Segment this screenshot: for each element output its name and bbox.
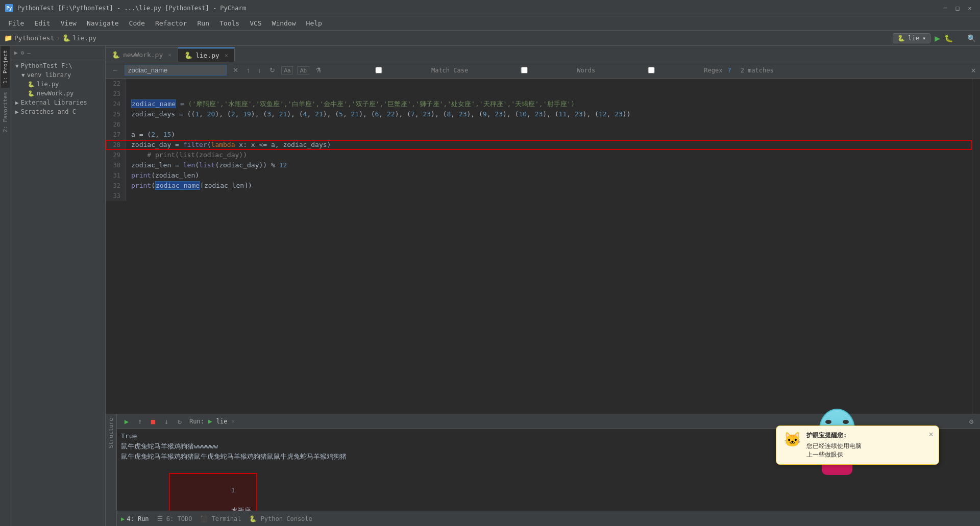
tab-close-icon[interactable]: ✕: [225, 52, 228, 59]
breadcrumb: 📁 PythonTest › 🐍 lie.py: [4, 34, 96, 42]
regex-help-icon[interactable]: ?: [727, 67, 731, 74]
search-word-btn[interactable]: Ab: [297, 66, 309, 74]
close-button[interactable]: ✕: [965, 3, 975, 13]
search-prev2-btn[interactable]: ↓: [256, 65, 264, 75]
run-stop-btn[interactable]: ■: [148, 416, 159, 427]
search-case-btn[interactable]: Aa: [281, 66, 293, 74]
run-settings-icon[interactable]: ⚙: [967, 417, 976, 426]
notification-popup: 🐱 护眼宝提醒您: 您已经连续使用电脑上一些做眼保 ✕: [776, 425, 939, 465]
regex-label[interactable]: Regex: [600, 67, 722, 74]
menu-item-vcs[interactable]: VCS: [246, 18, 265, 28]
tab-newworkpy[interactable]: 🐍 newWork.py ✕: [106, 47, 178, 62]
structure-tab[interactable]: Structure: [107, 414, 115, 453]
code-editor[interactable]: 22 23 24 zodiac_name = ('摩羯座','水瓶座','双鱼座…: [106, 79, 972, 414]
run-button[interactable]: ▶: [935, 33, 940, 43]
regex-checkbox[interactable]: [600, 67, 702, 73]
run-config-dropdown[interactable]: ▾: [922, 35, 926, 42]
vertical-tabs: 1: Project 2: Favorites: [0, 46, 11, 526]
match-count: 2 matches: [741, 67, 774, 74]
sidebar-collapse-icon[interactable]: —: [27, 49, 31, 56]
menu-item-window[interactable]: Window: [268, 18, 300, 28]
search-filter-btn[interactable]: ⚗: [313, 65, 324, 75]
project-tab[interactable]: 1: Project: [1, 46, 10, 88]
minimize-button[interactable]: ─: [940, 3, 950, 13]
favorites-tab[interactable]: 2: Favorites: [1, 88, 10, 136]
run-config-label: lie: [908, 35, 919, 42]
file-label: newWork.py: [37, 90, 74, 97]
menu-item-help[interactable]: Help: [302, 18, 326, 28]
run-config[interactable]: 🐍 lie ▾: [893, 33, 930, 43]
notification-close-btn[interactable]: ✕: [928, 429, 934, 439]
window-title: PythonTest [F:\PythonTest] - ...\lie.py …: [17, 5, 246, 12]
menu-item-code[interactable]: Code: [125, 18, 149, 28]
code-line-33: 33: [106, 191, 972, 201]
folder-label: External Libraries: [21, 99, 87, 106]
python-file-icon: 🐍: [28, 81, 35, 88]
run-tab-close-icon[interactable]: ✕: [231, 418, 234, 424]
close-search-icon[interactable]: ✕: [971, 65, 976, 75]
menu-item-view[interactable]: View: [57, 18, 81, 28]
tab-liepy[interactable]: 🐍 lie.py ✕: [178, 47, 235, 62]
tree-item-pythontest[interactable]: ▼ PythonTest F:\: [11, 61, 105, 70]
global-search-button[interactable]: 🔍: [967, 34, 976, 42]
run-scroll-up-btn[interactable]: ↑: [134, 416, 145, 427]
terminal-tab-btn[interactable]: ⬛ Terminal: [200, 515, 241, 522]
tab-label: newWork.py: [123, 51, 163, 59]
sidebar-expand-icon[interactable]: ▶: [14, 49, 18, 56]
tree-item-liepy[interactable]: 🐍 lie.py: [11, 80, 105, 89]
menu-item-navigate[interactable]: Navigate: [83, 18, 123, 28]
sidebar-settings-icon[interactable]: ⚙: [21, 49, 24, 56]
menu-item-file[interactable]: File: [4, 18, 28, 28]
search-clear-btn[interactable]: ✕: [231, 65, 240, 75]
nav-bar: 📁 PythonTest › 🐍 lie.py 🐍 lie ▾ ▶ 🐛 🔍: [0, 31, 980, 46]
maximize-button[interactable]: □: [952, 3, 963, 13]
tree-item-scratches[interactable]: ▶ Scratches and C: [11, 107, 105, 116]
bottom-side-tabs: Structure: [106, 414, 117, 526]
todo-tab-btn[interactable]: ☰ 6: TODO: [157, 515, 192, 522]
run-tab-btn[interactable]: ▶ 4: Run: [121, 515, 149, 522]
output-zodiac: 水瓶座: [231, 507, 251, 511]
tree-item-newworkpy[interactable]: 🐍 newWork.py: [11, 89, 105, 98]
app-icon: Py: [5, 4, 13, 12]
search-input[interactable]: [125, 65, 227, 76]
code-line-23: 23: [106, 89, 972, 99]
code-line-27: 27 a = (2, 15): [106, 130, 972, 140]
run-rerun-btn[interactable]: ↻: [174, 416, 185, 427]
words-label[interactable]: Words: [473, 67, 595, 74]
menu-item-refactor[interactable]: Refactor: [151, 18, 191, 28]
match-case-label[interactable]: Match Case: [328, 67, 468, 74]
search-options: Match Case Words Regex ?: [328, 67, 731, 74]
search-prev-btn[interactable]: ←: [110, 65, 120, 75]
tree-item-external-libs[interactable]: ▶ External Libraries: [11, 98, 105, 107]
code-line-30: 30 zodiac_len = len(list(zodiac_day)) % …: [106, 160, 972, 170]
tab-label: lie.py: [195, 52, 219, 59]
menu-item-tools[interactable]: Tools: [215, 18, 243, 28]
tree-item-venv[interactable]: ▼ venv library: [11, 70, 105, 80]
search-refresh-btn[interactable]: ↻: [267, 65, 277, 75]
output-highlight-box: 1 水瓶座: [169, 473, 257, 511]
python-console-tab-btn[interactable]: 🐍 Python Console: [249, 515, 312, 522]
file-icon: 🐍: [62, 34, 70, 42]
debug-button[interactable]: 🐛: [944, 34, 953, 42]
bottom-tabs-bar: ▶ 4: Run ☰ 6: TODO ⬛ Terminal 🐍 Python C…: [117, 511, 980, 526]
editor-content: 22 23 24 zodiac_name = ('摩羯座','水瓶座','双鱼座…: [106, 79, 980, 414]
run-scroll-down-btn[interactable]: ↓: [161, 416, 172, 427]
tab-close-icon[interactable]: ✕: [168, 52, 172, 58]
tab-file-icon: 🐍: [184, 52, 192, 59]
menu-item-edit[interactable]: Edit: [30, 18, 54, 28]
folder-icon: ▼: [15, 63, 19, 69]
run-active-tab-label[interactable]: lie: [216, 418, 228, 425]
match-case-checkbox[interactable]: [328, 67, 430, 73]
file-name[interactable]: lie.py: [72, 34, 96, 42]
code-line-25: 25 zodiac_days = ((1, 20), (2, 19), (3, …: [106, 109, 972, 119]
right-gutter: [972, 79, 980, 414]
project-name[interactable]: PythonTest: [14, 34, 54, 42]
project-icon: 📁: [4, 34, 12, 42]
search-next-btn[interactable]: ↑: [244, 65, 252, 75]
run-play-btn[interactable]: ▶: [121, 416, 132, 427]
menu-item-run[interactable]: Run: [193, 18, 213, 28]
notification-title: 护眼宝提醒您:: [806, 431, 862, 440]
sidebar: ▶ ⚙ — ▼ PythonTest F:\ ▼ venv library 🐍 …: [11, 46, 106, 526]
words-checkbox[interactable]: [473, 67, 575, 73]
run-toolbar: ▶ ↑ ■ ↓ ↻: [121, 416, 185, 427]
